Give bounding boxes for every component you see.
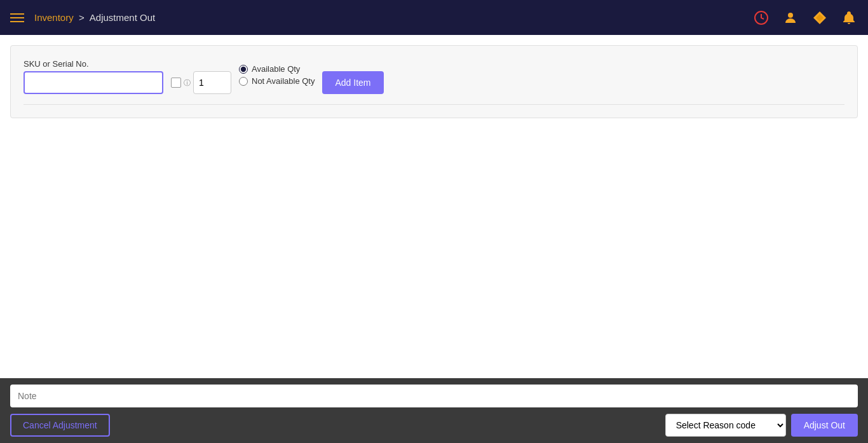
- footer-actions: Cancel Adjustment Select Reason code Adj…: [10, 414, 858, 437]
- not-available-qty-radio[interactable]: [239, 77, 248, 86]
- reason-code-select[interactable]: Select Reason code: [665, 414, 786, 437]
- svg-point-1: [788, 13, 793, 18]
- radio-group: Available Qty Not Available Qty: [239, 56, 315, 94]
- breadcrumb: Inventory > Adjustment Out: [34, 12, 155, 23]
- cancel-adjustment-button[interactable]: Cancel Adjustment: [10, 414, 110, 437]
- main-content: SKU or Serial No. ⓘ Available Qty: [0, 35, 868, 443]
- sku-label: SKU or Serial No.: [24, 59, 163, 69]
- form-panel: SKU or Serial No. ⓘ Available Qty: [10, 45, 858, 118]
- header-left: Inventory > Adjustment Out: [10, 12, 155, 23]
- available-qty-radio[interactable]: [239, 65, 248, 74]
- checkbox-qty-group: ⓘ: [171, 71, 231, 94]
- add-item-button[interactable]: Add Item: [322, 71, 383, 94]
- hamburger-menu-button[interactable]: [10, 13, 24, 22]
- divider: [24, 104, 844, 105]
- page-title: Adjustment Out: [90, 12, 155, 23]
- bell-icon[interactable]: [840, 9, 858, 27]
- user-icon[interactable]: [782, 9, 799, 27]
- sku-field-group: SKU or Serial No.: [24, 59, 163, 94]
- checkbox-input[interactable]: [171, 78, 181, 88]
- note-input[interactable]: [10, 385, 858, 407]
- footer-right: Select Reason code Adjust Out: [665, 414, 858, 437]
- adjust-out-button[interactable]: Adjust Out: [791, 414, 858, 437]
- info-icon[interactable]: ⓘ: [184, 78, 191, 88]
- available-qty-option: Available Qty: [239, 64, 315, 74]
- breadcrumb-separator: >: [79, 12, 87, 23]
- sku-input[interactable]: [24, 71, 163, 94]
- app-header: Inventory > Adjustment Out: [0, 0, 868, 35]
- not-available-qty-option: Not Available Qty: [239, 76, 315, 86]
- available-qty-label: Available Qty: [252, 64, 300, 74]
- inventory-link[interactable]: Inventory: [34, 12, 74, 23]
- form-row: SKU or Serial No. ⓘ Available Qty: [24, 56, 844, 94]
- clock-icon[interactable]: [752, 9, 770, 27]
- content-area: SKU or Serial No. ⓘ Available Qty: [0, 35, 868, 378]
- chart-icon[interactable]: [811, 9, 829, 27]
- footer: Cancel Adjustment Select Reason code Adj…: [0, 378, 868, 443]
- quantity-input[interactable]: [193, 71, 231, 94]
- header-right: [752, 9, 858, 27]
- not-available-qty-label: Not Available Qty: [252, 76, 315, 86]
